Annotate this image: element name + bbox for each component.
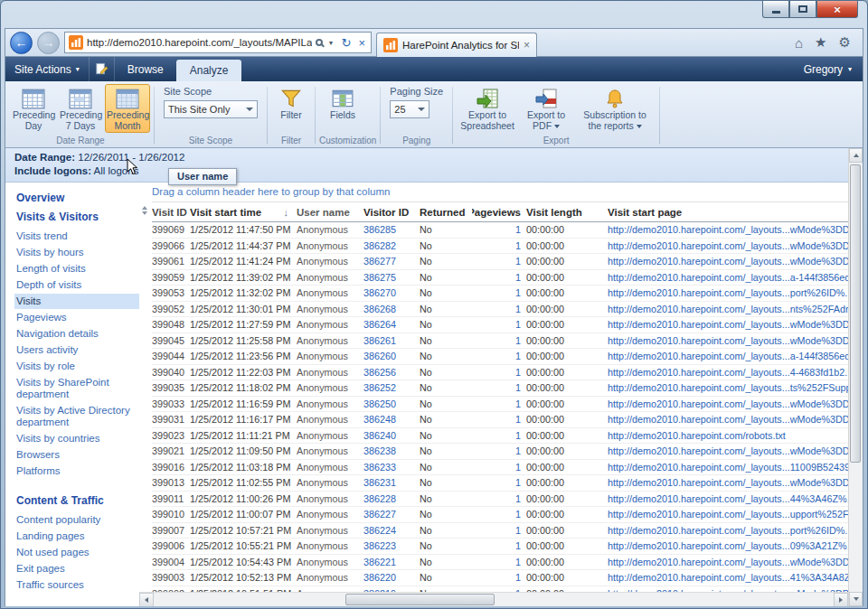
pageviews-link[interactable]: 1 bbox=[472, 557, 526, 567]
column-header-user-name[interactable]: User name bbox=[297, 207, 363, 218]
sidebar-item-visits-by-sharepoint-department[interactable]: Visits by SharePoint department bbox=[14, 375, 139, 402]
visitor-id-link[interactable]: 386285 bbox=[363, 224, 420, 235]
export-to-spreadsheet-button[interactable]: Export to Spreadsheet bbox=[457, 84, 518, 133]
tools-gear-icon[interactable]: ⚙ bbox=[839, 34, 851, 51]
sidebar-item-pageviews[interactable]: Pageviews bbox=[14, 310, 139, 325]
sidebar-item-visits-by-countries[interactable]: Visits by countries bbox=[14, 431, 139, 446]
pageviews-link[interactable]: 1 bbox=[472, 272, 526, 283]
tab-browse[interactable]: Browse bbox=[115, 57, 176, 81]
visit-start-page-link[interactable]: http://demo2010.harepoint.com/_layouts..… bbox=[608, 351, 848, 361]
pageviews-link[interactable]: 1 bbox=[472, 572, 526, 583]
visit-start-page-link[interactable]: http://demo2010.harepoint.com/_layouts..… bbox=[608, 382, 848, 393]
pageviews-link[interactable]: 1 bbox=[472, 382, 526, 393]
browser-tab[interactable]: HarePoint Analytics for Sha... × bbox=[376, 33, 537, 57]
visit-start-page-link[interactable]: http://demo2010.harepoint.com/_layouts..… bbox=[608, 240, 848, 251]
column-header-returned[interactable]: Returned bbox=[420, 207, 472, 218]
favorites-star-icon[interactable]: ★ bbox=[815, 34, 826, 51]
visitor-id-link[interactable]: 386252 bbox=[363, 382, 420, 393]
column-header-visit-length[interactable]: Visit length bbox=[526, 207, 608, 218]
column-header-visit-id[interactable]: Visit ID bbox=[152, 207, 190, 218]
table-row[interactable]: 3990521/25/2012 11:30:01 PMAnonymous3862… bbox=[152, 302, 848, 318]
user-menu[interactable]: Gregory ▾ bbox=[793, 57, 863, 81]
table-row[interactable]: 3990401/25/2012 11:22:03 PMAnonymous3862… bbox=[152, 365, 848, 381]
sidebar-section-visits-visitors[interactable]: Visits & Visitors bbox=[14, 210, 139, 225]
sidebar-item-visits-by-active-directory-department[interactable]: Visits by Active Directory department bbox=[14, 403, 139, 430]
table-row[interactable]: 3990131/25/2012 11:02:55 PMAnonymous3862… bbox=[152, 475, 848, 492]
visit-start-page-link[interactable]: http://demo2010.harepoint.com/_layouts..… bbox=[608, 509, 848, 520]
table-row[interactable]: 3990061/25/2012 10:55:21 PMAnonymous3862… bbox=[152, 539, 848, 555]
pageviews-link[interactable]: 1 bbox=[472, 477, 526, 488]
visit-start-page-link[interactable]: http://demo2010.harepoint.com/_layouts..… bbox=[608, 335, 848, 346]
sidebar-item-navigation-details[interactable]: Navigation details bbox=[14, 326, 139, 342]
tab-analyze[interactable]: Analyze bbox=[176, 60, 242, 81]
table-row[interactable]: 3990661/25/2012 11:44:37 PMAnonymous3862… bbox=[152, 239, 848, 255]
group-by-drop-zone[interactable]: Drag a column header here to group by th… bbox=[152, 183, 848, 202]
scroll-left-arrow[interactable] bbox=[139, 593, 154, 606]
pageviews-link[interactable]: 1 bbox=[472, 256, 526, 267]
table-row[interactable]: 3990481/25/2012 11:27:59 PMAnonymous3862… bbox=[152, 317, 848, 333]
visitor-id-link[interactable]: 386277 bbox=[363, 256, 420, 267]
sidebar-item-traffic-sources[interactable]: Traffic sources bbox=[14, 577, 139, 593]
table-row[interactable]: 3990591/25/2012 11:39:02 PMAnonymous3862… bbox=[152, 270, 848, 286]
fields-button[interactable]: Fields bbox=[319, 84, 366, 123]
visitor-id-link[interactable]: 386220 bbox=[363, 572, 420, 583]
forward-button[interactable]: → bbox=[37, 32, 60, 54]
sidebar-item-content-popularity[interactable]: Content popularity bbox=[14, 512, 139, 528]
site-actions-menu[interactable]: Site Actions ▾ bbox=[5, 57, 90, 81]
visit-start-page-link[interactable]: http://demo2010.harepoint.com/_layouts..… bbox=[608, 287, 848, 298]
table-row[interactable]: 3990441/25/2012 11:23:56 PMAnonymous3862… bbox=[152, 349, 848, 365]
maximize-button[interactable] bbox=[789, 1, 816, 18]
scroll-right-arrow[interactable] bbox=[834, 593, 848, 606]
sidebar-item-users-activity[interactable]: Users activity bbox=[14, 342, 139, 358]
table-row[interactable]: 3990211/25/2012 11:09:50 PMAnonymous3862… bbox=[152, 444, 848, 460]
table-row[interactable]: 3990041/25/2012 10:54:43 PMAnonymous3862… bbox=[152, 555, 848, 571]
visit-start-page-link[interactable]: http://demo2010.harepoint.com/_layouts..… bbox=[608, 224, 848, 235]
visitor-id-link[interactable]: 386270 bbox=[363, 287, 420, 298]
sidebar-item-visits-by-hours[interactable]: Visits by hours bbox=[14, 245, 139, 260]
visitor-id-link[interactable]: 386256 bbox=[363, 367, 420, 378]
sidebar-item-visits-trend[interactable]: Visits trend bbox=[14, 229, 139, 244]
sidebar-item-browsers[interactable]: Browsers bbox=[14, 447, 139, 463]
visitor-id-link[interactable]: 386261 bbox=[363, 335, 420, 346]
pageviews-link[interactable]: 1 bbox=[472, 493, 526, 504]
sidebar-section-overview[interactable]: Overview bbox=[14, 191, 139, 206]
visit-start-page-link[interactable]: http://demo2010.harepoint.com/_layouts..… bbox=[608, 493, 848, 504]
visit-start-page-link[interactable]: http://demo2010.harepoint.com/_layouts..… bbox=[608, 256, 848, 267]
column-header-pageviews[interactable]: Pageviews bbox=[472, 207, 526, 218]
pageviews-link[interactable]: 1 bbox=[472, 351, 526, 361]
address-dropdown-icon[interactable]: ▼ bbox=[326, 40, 336, 46]
table-row[interactable]: 3990071/25/2012 10:57:21 PMAnonymous3862… bbox=[152, 523, 848, 539]
sidebar-item-visits-by-role[interactable]: Visits by role bbox=[14, 359, 139, 374]
visitor-id-link[interactable]: 386248 bbox=[363, 414, 420, 425]
horizontal-scroll-thumb[interactable] bbox=[345, 594, 495, 605]
visitor-id-link[interactable]: 386224 bbox=[363, 525, 420, 536]
visitor-id-link[interactable]: 386275 bbox=[363, 272, 420, 283]
pageviews-link[interactable]: 1 bbox=[472, 462, 526, 473]
sidebar-item-platforms[interactable]: Platforms bbox=[14, 464, 139, 479]
visitor-id-link[interactable]: 386250 bbox=[363, 398, 420, 409]
table-row[interactable]: 3990031/25/2012 10:52:13 PMAnonymous3862… bbox=[152, 570, 848, 586]
site-scope-select[interactable]: This Site Only bbox=[164, 100, 258, 118]
table-row[interactable]: 3990531/25/2012 11:32:02 PMAnonymous3862… bbox=[152, 286, 848, 302]
sidebar-item-landing-pages[interactable]: Landing pages bbox=[14, 529, 139, 544]
url-text[interactable]: http://demo2010.harepoint.com/_layouts/M… bbox=[87, 37, 312, 48]
pageviews-link[interactable]: 1 bbox=[472, 509, 526, 520]
preceding-7-days-button[interactable]: Preceding 7 Days bbox=[58, 84, 103, 133]
table-row[interactable]: 3990311/25/2012 11:16:17 PMAnonymous3862… bbox=[152, 412, 848, 428]
pageviews-link[interactable]: 1 bbox=[472, 304, 526, 314]
pageviews-link[interactable]: 1 bbox=[472, 287, 526, 298]
visit-start-page-link[interactable]: http://demo2010.harepoint.com/_layouts..… bbox=[608, 572, 848, 583]
edit-page-button[interactable] bbox=[90, 57, 115, 81]
visitor-id-link[interactable]: 386240 bbox=[363, 430, 420, 441]
pageviews-link[interactable]: 1 bbox=[472, 398, 526, 409]
visitor-id-link[interactable]: 386238 bbox=[363, 445, 420, 456]
column-header-visit-start-time[interactable]: Visit start time↓ bbox=[190, 207, 297, 218]
table-row[interactable]: 3990161/25/2012 11:03:18 PMAnonymous3862… bbox=[152, 460, 848, 476]
visitor-id-link[interactable]: 386260 bbox=[363, 351, 420, 361]
visit-start-page-link[interactable]: http://demo2010.harepoint.com/_layouts..… bbox=[608, 414, 848, 425]
visitor-id-link[interactable]: 386227 bbox=[363, 509, 420, 520]
visit-start-page-link[interactable]: http://demo2010.harepoint.com/_layouts..… bbox=[608, 445, 848, 456]
visit-start-page-link[interactable]: http://demo2010.harepoint.com/_layouts..… bbox=[608, 525, 848, 536]
address-bar[interactable]: http://demo2010.harepoint.com/_layouts/M… bbox=[64, 32, 372, 53]
vertical-scroll-thumb[interactable] bbox=[850, 164, 861, 463]
